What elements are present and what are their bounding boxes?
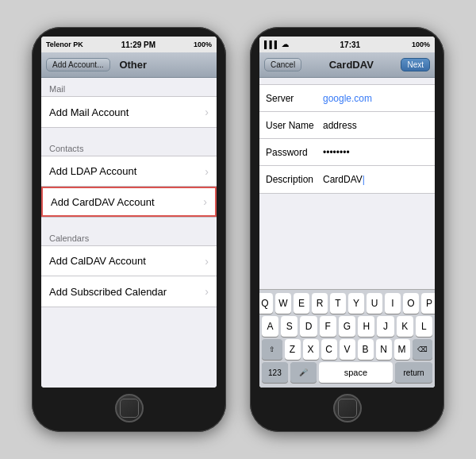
nav-title-2: CardDAV [301,59,401,71]
carrier-2: ▌▌▌ ☁ [264,40,289,48]
mic-key[interactable]: 🎤 [290,362,317,383]
section-header-mail: Mail [41,78,217,96]
list-item-add-carddav[interactable]: Add CardDAV Account › [41,187,217,217]
key-q[interactable]: Q [259,293,273,314]
next-button-2[interactable]: Next [401,58,430,71]
chevron-icon: › [205,255,209,268]
form-value-server[interactable]: google.com [323,93,428,104]
num-key[interactable]: 123 [262,362,288,383]
form-row-username: User Name address [259,112,435,139]
list-item-label: Add CardDAV Account [51,196,155,208]
battery-1: 100% [194,40,212,48]
back-button-1[interactable]: Add Account... [46,58,110,71]
form-label-description: Description [266,174,323,185]
key-e[interactable]: E [294,293,309,314]
list-item-add-mail[interactable]: Add Mail Account › [41,97,217,127]
key-n[interactable]: N [376,339,392,360]
chevron-icon: › [205,285,209,298]
status-bar-2: ▌▌▌ ☁ 17:31 100% [259,37,435,52]
home-button-2[interactable] [333,394,362,422]
shift-key[interactable]: ⇧ [262,339,282,360]
key-m[interactable]: M [394,339,410,360]
key-c[interactable]: C [321,339,337,360]
key-l[interactable]: L [416,316,432,337]
phone-2: ▌▌▌ ☁ 17:31 100% Cancel CardDAV Next Ser… [250,27,444,432]
time-2: 17:31 [340,40,361,49]
key-u[interactable]: U [367,293,382,314]
list-group-mail: Add Mail Account › [41,96,217,128]
keyboard: Q W E R T Y U I O P A S D F G H [259,289,435,388]
key-b[interactable]: B [358,339,374,360]
key-t[interactable]: T [330,293,346,314]
section-header-contacts: Contacts [41,137,217,156]
key-k[interactable]: K [397,316,413,337]
form-value-password[interactable]: •••••••• [323,147,428,158]
keyboard-row-2: A S D F G H J K L [262,316,432,337]
key-i[interactable]: I [385,293,401,314]
list-group-contacts: Add LDAP Account › Add CardDAV Account › [41,156,217,218]
key-z[interactable]: Z [285,339,301,360]
status-bar-1: Telenor PK 11:29 PM 100% [41,37,217,52]
key-d[interactable]: D [300,316,317,337]
form-row-password: Password •••••••• [259,139,435,166]
home-button-inner-2 [338,399,357,418]
return-key[interactable]: return [395,362,432,383]
key-g[interactable]: G [339,316,355,337]
key-j[interactable]: J [377,316,393,337]
form-value-description[interactable]: CardDAV [323,174,428,185]
key-s[interactable]: S [281,316,298,337]
key-w[interactable]: W [275,293,291,314]
key-p[interactable]: P [421,293,435,314]
nav-bar-2: Cancel CardDAV Next [259,52,435,78]
space-key[interactable]: space [319,362,393,383]
chevron-icon: › [203,195,207,208]
form-group: Server google.com User Name address Pass… [259,84,435,194]
list-item-label: Add Subscribed Calendar [49,286,167,298]
key-v[interactable]: V [340,339,355,360]
key-x[interactable]: X [303,339,319,360]
keyboard-row-3: ⇧ Z X C V B N M ⌫ [262,339,432,360]
phone-2-screen: ▌▌▌ ☁ 17:31 100% Cancel CardDAV Next Ser… [259,37,435,388]
form-label-username: User Name [266,120,323,131]
delete-key[interactable]: ⌫ [413,339,433,360]
key-r[interactable]: R [312,293,328,314]
home-button-inner-1 [120,399,139,418]
key-f[interactable]: F [320,316,336,337]
form-row-server: Server google.com [259,85,435,112]
phone-1: Telenor PK 11:29 PM 100% Add Account... … [32,27,226,432]
list-item-add-ldap[interactable]: Add LDAP Account › [41,156,217,187]
keyboard-row-1: Q W E R T Y U I O P [262,293,432,314]
carrier-1: Telenor PK [46,40,83,48]
list-item-label: Add Mail Account [49,106,129,118]
key-o[interactable]: O [403,293,419,314]
nav-title-1: Other [110,59,157,71]
list-group-calendars: Add CalDAV Account › Add Subscribed Cale… [41,245,217,307]
key-a[interactable]: A [262,316,278,337]
cancel-button-2[interactable]: Cancel [264,58,301,71]
form-value-username[interactable]: address [323,120,428,131]
nav-bar-1: Add Account... Other [41,52,217,78]
battery-2: 100% [412,40,430,48]
list-item-label: Add LDAP Account [49,165,136,177]
keyboard-row-bottom: 123 🎤 space return [262,362,432,383]
list-item-add-caldav[interactable]: Add CalDAV Account › [41,246,217,276]
form-label-password: Password [266,147,323,158]
carddav-form: Server google.com User Name address Pass… [259,78,435,388]
key-h[interactable]: H [358,316,374,337]
form-label-server: Server [266,93,323,104]
home-button-1[interactable] [115,394,144,422]
key-y[interactable]: Y [348,293,364,314]
form-row-description: Description CardDAV [259,166,435,193]
chevron-icon: › [205,165,209,178]
chevron-icon: › [205,106,209,118]
phone-1-screen: Telenor PK 11:29 PM 100% Add Account... … [41,37,217,388]
time-1: 11:29 PM [121,40,155,49]
list-item-add-subscribed[interactable]: Add Subscribed Calendar › [41,276,217,307]
settings-content-1: Mail Add Mail Account › Contacts Add LDA… [41,78,217,388]
list-item-label: Add CalDAV Account [49,255,146,267]
section-header-calendars: Calendars [41,227,217,245]
